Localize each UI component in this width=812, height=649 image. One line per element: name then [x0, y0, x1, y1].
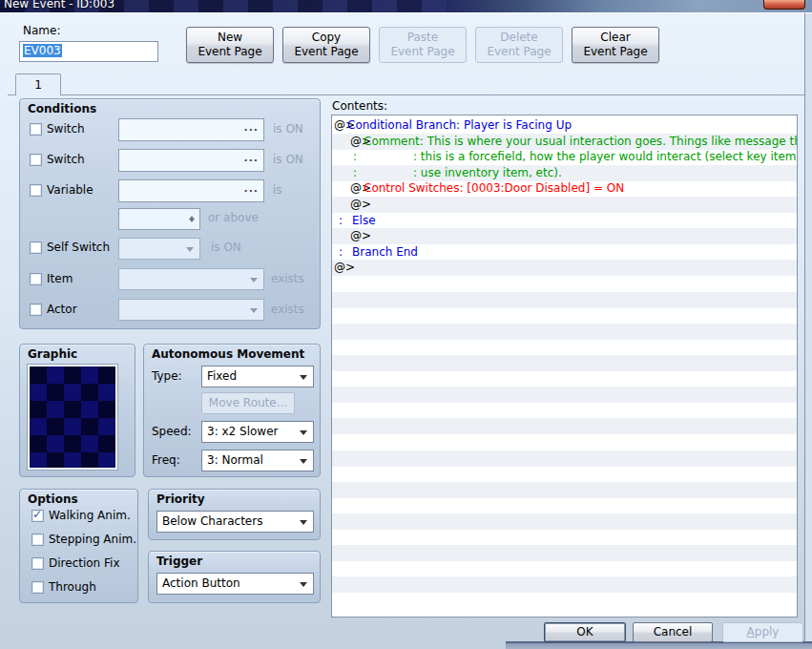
type-dropdown[interactable]: Fixed [201, 366, 314, 387]
event-command-row[interactable] [332, 339, 797, 355]
event-command-row[interactable]: @> [332, 197, 797, 213]
direction-fix-checkbox[interactable] [31, 557, 44, 570]
command-text: : this is a forcefield, how the player w… [413, 150, 798, 164]
name-input[interactable]: EV003 [19, 41, 158, 62]
ellipsis-icon[interactable]: ... [243, 152, 259, 164]
event-graphic-tile[interactable] [28, 365, 117, 470]
stepping-anim--checkbox[interactable] [31, 534, 44, 546]
trigger-dropdown[interactable]: Action Button [156, 573, 314, 595]
event-command-row[interactable] [332, 387, 797, 403]
variable-checkbox[interactable] [30, 184, 42, 197]
event-command-row[interactable]: :: use inventory item, etc). [332, 165, 797, 181]
event-command-row[interactable]: @>Conditional Branch: Player is Facing U… [332, 117, 797, 134]
ellipsis-icon[interactable]: ... [243, 182, 259, 195]
priority-title: Priority [156, 492, 205, 506]
variable-field[interactable]: ... [118, 179, 264, 202]
event-command-row[interactable] [332, 530, 797, 546]
event-command-row[interactable] [332, 276, 797, 292]
graphic-title: Graphic [28, 347, 77, 361]
event-command-row[interactable] [332, 450, 797, 467]
event-command-row[interactable] [332, 466, 797, 482]
event-command-row[interactable] [332, 513, 797, 530]
tab-page-1[interactable]: 1 [15, 73, 61, 95]
event-command-row[interactable] [332, 482, 797, 498]
button-label: DeleteEvent Page [487, 31, 551, 59]
event-command-row[interactable] [332, 561, 797, 577]
movement-title: Autonomous Movement [152, 347, 304, 361]
priority-dropdown[interactable]: Below Characters [156, 511, 314, 533]
switch1-label: Switch [47, 122, 85, 136]
item-checkbox[interactable] [30, 273, 42, 285]
speed-dropdown[interactable]: 3: x2 Slower [201, 421, 314, 443]
actor-dropdown[interactable] [118, 299, 264, 321]
copy-event-page-button[interactable]: CopyEvent Page [282, 27, 370, 63]
event-command-row[interactable] [332, 576, 797, 593]
spinner-down-icon[interactable] [189, 219, 195, 225]
option-row: ✓Walking Anim. [20, 509, 137, 533]
event-command-row[interactable] [332, 545, 797, 561]
switch2-checkbox[interactable] [30, 154, 42, 166]
through-checkbox[interactable] [31, 581, 44, 594]
self-switch-dropdown[interactable] [118, 238, 200, 260]
cancel-button[interactable]: Cancel [633, 622, 713, 642]
title-bar[interactable]: New Event - ID:003 [0, 0, 812, 12]
command-text: Control Switches: [0003:Door Disabled] =… [364, 181, 624, 196]
new-event-page-button[interactable]: NewEvent Page [186, 27, 274, 63]
event-command-row[interactable] [332, 497, 797, 513]
command-text: @> [350, 198, 371, 212]
conditions-panel: Conditions Switch ... is ON Switch ... i… [19, 98, 321, 329]
event-command-row[interactable]: @> [332, 228, 797, 244]
event-command-row[interactable]: @>Control Switches: [0003:Door Disabled]… [332, 180, 797, 197]
event-command-row[interactable] [332, 403, 797, 419]
event-command-row[interactable]: :Else [332, 213, 797, 229]
event-command-row[interactable] [332, 307, 797, 324]
button-label: NewEvent Page [198, 31, 261, 59]
actor-checkbox[interactable] [30, 304, 42, 316]
contents-list[interactable]: @>Conditional Branch: Player is Facing U… [331, 115, 798, 618]
switch2-field[interactable]: ... [118, 149, 264, 172]
event-command-row[interactable] [332, 418, 797, 434]
chevron-down-icon [300, 430, 307, 439]
item-label: Item [47, 272, 73, 285]
event-command-row[interactable]: :: this is a forcefield, how the player … [332, 149, 797, 165]
event-command-row[interactable]: :Branch End [332, 244, 797, 261]
self-switch-checkbox[interactable] [30, 241, 42, 254]
event-command-row[interactable] [332, 324, 797, 340]
switch1-field[interactable]: ... [118, 118, 264, 141]
actor-suffix: exists [271, 303, 304, 316]
event-command-row[interactable] [332, 355, 797, 371]
item-dropdown[interactable] [118, 268, 264, 290]
freq-dropdown[interactable]: 3: Normal [201, 450, 314, 471]
option-row: Stepping Anim. [20, 533, 137, 556]
self-switch-label: Self Switch [47, 241, 110, 254]
walking-anim--checkbox[interactable]: ✓ [31, 510, 44, 522]
self-switch-suffix: is ON [211, 241, 241, 254]
option-row: Through [20, 580, 137, 604]
command-text: @> [334, 261, 355, 275]
new-event-dialog: New Event - ID:003 Name: EV003 NewEvent … [0, 0, 812, 649]
event-command-row[interactable] [332, 292, 797, 308]
button-label: PasteEvent Page [390, 31, 454, 59]
event-command-row[interactable] [332, 434, 797, 450]
button-label: ClearEvent Page [583, 31, 647, 59]
event-command-row[interactable]: @> [332, 260, 797, 276]
close-icon[interactable] [763, 0, 805, 10]
options-title: Options [28, 492, 78, 506]
ellipsis-icon[interactable]: ... [243, 121, 259, 134]
event-command-row[interactable] [332, 371, 797, 387]
option-label: Walking Anim. [49, 509, 131, 522]
command-text: Branch End [352, 245, 418, 260]
variable-value-spinner[interactable] [118, 208, 200, 230]
switch1-checkbox[interactable] [30, 123, 42, 136]
event-command-row[interactable]: @>Comment: This is where your usual inte… [332, 134, 797, 150]
command-text: Else [352, 214, 376, 228]
window-bottom-border [506, 641, 812, 649]
chevron-down-icon [250, 308, 258, 317]
move-route-button: Move Route... [201, 392, 295, 414]
event-command-row[interactable] [332, 593, 797, 609]
conditions-title: Conditions [28, 102, 96, 115]
item-suffix: exists [271, 272, 304, 285]
command-text: : [339, 245, 343, 260]
ok-button[interactable]: OK [544, 622, 626, 642]
clear-event-page-button[interactable]: ClearEvent Page [572, 27, 659, 63]
